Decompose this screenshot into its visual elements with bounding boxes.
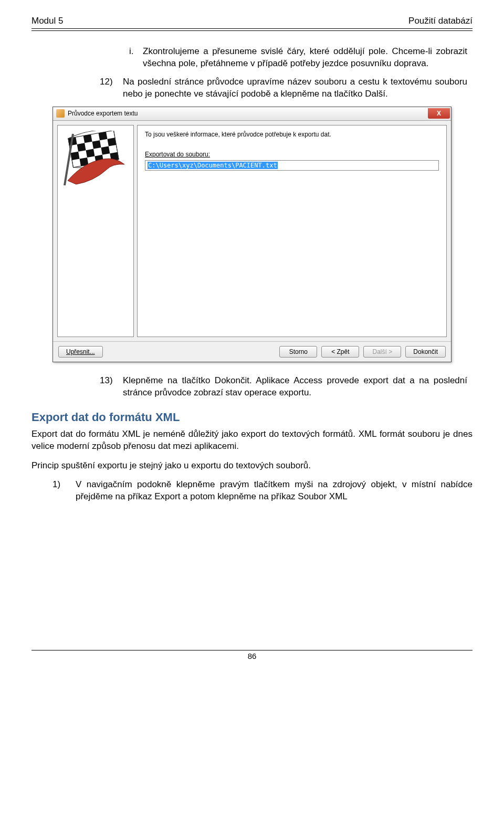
svg-rect-6 xyxy=(107,138,116,146)
svg-rect-8 xyxy=(86,149,95,157)
list-text: Klepněme na tlačítko Dokončit. Aplikace … xyxy=(123,375,467,399)
wizard-info: To jsou veškeré informace, které průvodc… xyxy=(145,131,439,138)
wizard-button-bar: Upřesnit... Storno < Zpět Další > Dokonč… xyxy=(53,341,451,362)
list-item-12: 12) Na poslední stránce průvodce upravím… xyxy=(100,76,467,100)
titlebar: Průvodce exportem textu X xyxy=(53,107,451,121)
list-item-i: i. Zkontrolujeme a přesuneme svislé čáry… xyxy=(129,46,467,70)
export-path-input[interactable]: C:\Users\xyz\Documents\PACIENT.txt xyxy=(145,160,439,171)
header-right: Použití databází xyxy=(408,16,472,26)
list-number: i. xyxy=(129,46,136,70)
wizard-dialog: Průvodce exportem textu X xyxy=(52,107,452,362)
svg-rect-9 xyxy=(101,146,110,154)
list-text: Zkontrolujeme a přesuneme svislé čáry, k… xyxy=(143,46,467,70)
wizard-main: To jsou veškeré informace, které průvodc… xyxy=(137,125,447,337)
export-path-value: C:\Users\xyz\Documents\PACIENT.txt xyxy=(148,162,278,169)
page-header: Modul 5 Použití databází xyxy=(32,16,472,29)
next-button: Další > xyxy=(363,346,401,358)
back-button[interactable]: < Zpět xyxy=(321,346,359,358)
page-number: 86 xyxy=(32,650,472,660)
header-underline xyxy=(32,30,472,31)
svg-rect-5 xyxy=(92,140,101,149)
close-button[interactable]: X xyxy=(428,108,450,119)
list-item-1: 1) V navigačním podokně klepněme pravým … xyxy=(52,479,472,503)
svg-rect-3 xyxy=(99,132,108,140)
list-number: 13) xyxy=(100,375,113,399)
svg-rect-2 xyxy=(83,134,92,143)
wizard-title: Průvodce exportem textu xyxy=(68,110,138,117)
heading-xml: Export dat do formátu XML xyxy=(32,411,472,424)
list-number: 1) xyxy=(52,479,66,503)
advanced-button[interactable]: Upřesnit... xyxy=(58,346,103,358)
paragraph-xml-2: Princip spuštění exportu je stejný jako … xyxy=(32,460,472,472)
finish-button[interactable]: Dokončit xyxy=(405,346,446,358)
list-text: Na poslední stránce průvodce upravíme ná… xyxy=(123,76,467,100)
export-label: Exportovat do souboru: xyxy=(145,151,439,158)
svg-rect-7 xyxy=(71,151,80,160)
finish-flag-icon xyxy=(62,131,129,188)
close-icon: X xyxy=(437,110,441,117)
paragraph-xml-1: Export dat do formátu XML je neméně důle… xyxy=(32,428,472,453)
svg-rect-4 xyxy=(77,143,86,151)
list-item-13: 13) Klepněme na tlačítko Dokončit. Aplik… xyxy=(100,375,467,399)
wizard-sidebar xyxy=(57,125,134,337)
header-left: Modul 5 xyxy=(32,16,63,26)
cancel-button[interactable]: Storno xyxy=(279,346,317,358)
list-text: V navigačním podokně klepněme pravým tla… xyxy=(76,479,472,503)
list-number: 12) xyxy=(100,76,113,100)
app-icon xyxy=(56,109,65,118)
